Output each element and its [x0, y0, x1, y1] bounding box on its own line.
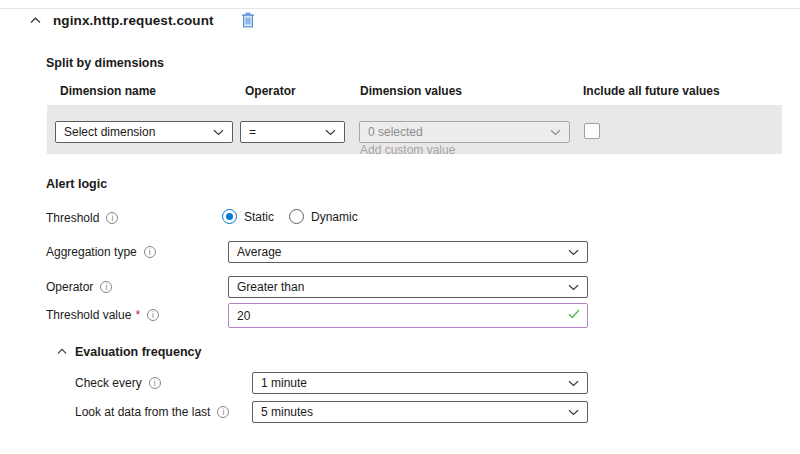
operator-select-value: Greater than	[237, 280, 304, 294]
operator-select[interactable]: Greater than	[228, 276, 588, 298]
info-icon[interactable]: i	[144, 246, 156, 258]
evaluation-frequency-heading: Evaluation frequency	[75, 345, 201, 359]
alert-logic-heading: Alert logic	[46, 177, 107, 191]
check-every-select-value: 1 minute	[261, 376, 307, 390]
chevron-down-icon	[568, 249, 579, 256]
threshold-value-field	[228, 303, 588, 328]
operator-label: Operator	[46, 280, 93, 294]
chevron-down-icon	[568, 380, 579, 387]
chevron-down-icon	[213, 129, 224, 136]
column-header-include-all-future-values: Include all future values	[583, 84, 720, 98]
radio-selected-icon	[222, 209, 237, 224]
info-icon[interactable]: i	[100, 281, 112, 293]
aggregation-type-select[interactable]: Average	[228, 241, 588, 263]
chevron-down-icon	[550, 129, 561, 136]
operator-label-row: Operator i	[46, 280, 112, 294]
lookback-select[interactable]: 5 minutes	[252, 401, 588, 423]
info-icon[interactable]: i	[149, 377, 161, 389]
threshold-label: Threshold	[46, 211, 99, 225]
info-icon[interactable]: i	[217, 406, 229, 418]
add-custom-value-link[interactable]: Add custom value	[360, 143, 455, 157]
info-icon[interactable]: i	[106, 212, 118, 224]
dimension-name-select-value: Select dimension	[64, 125, 155, 139]
check-every-select[interactable]: 1 minute	[252, 372, 588, 394]
dimension-row: Select dimension = 0 selected Add custom…	[47, 105, 782, 154]
threshold-label-row: Threshold i	[46, 211, 118, 225]
chevron-up-icon	[30, 17, 41, 24]
collapse-metric-button[interactable]	[28, 15, 43, 26]
dimension-operator-select[interactable]: =	[240, 121, 345, 143]
column-header-dimension-values: Dimension values	[360, 84, 462, 98]
radio-unselected-icon	[289, 209, 304, 224]
threshold-value-label-row: Threshold value * i	[46, 308, 159, 322]
metric-alert-condition-panel: nginx.http.request.count Split by dimens…	[0, 0, 800, 454]
lookback-label-row: Look at data from the last i	[75, 405, 229, 419]
radio-static-label: Static	[244, 210, 274, 224]
info-icon[interactable]: i	[147, 309, 159, 321]
check-every-label: Check every	[75, 376, 142, 390]
dimension-values-select-value: 0 selected	[368, 125, 423, 139]
radio-dynamic[interactable]: Dynamic	[289, 209, 358, 224]
split-by-dimensions-heading: Split by dimensions	[46, 56, 164, 70]
required-asterisk: *	[135, 308, 140, 322]
aggregation-type-label: Aggregation type	[46, 245, 137, 259]
check-every-label-row: Check every i	[75, 376, 161, 390]
threshold-radio-group: Static Dynamic	[222, 209, 358, 224]
top-divider	[0, 8, 800, 9]
dimension-name-select[interactable]: Select dimension	[55, 121, 233, 143]
chevron-down-icon	[568, 284, 579, 291]
radio-dynamic-label: Dynamic	[311, 210, 358, 224]
trash-icon	[241, 12, 255, 28]
metric-name: nginx.http.request.count	[53, 13, 214, 28]
dimension-values-select[interactable]: 0 selected	[359, 121, 570, 143]
checkmark-valid-icon	[568, 309, 580, 319]
lookback-select-value: 5 minutes	[261, 405, 313, 419]
aggregation-type-select-value: Average	[237, 245, 281, 259]
radio-static[interactable]: Static	[222, 209, 274, 224]
threshold-value-label: Threshold value	[46, 308, 131, 322]
column-header-operator: Operator	[245, 84, 296, 98]
chevron-down-icon	[568, 409, 579, 416]
collapse-evaluation-frequency-button[interactable]	[56, 347, 68, 356]
aggregation-type-label-row: Aggregation type i	[46, 245, 156, 259]
metric-header: nginx.http.request.count	[28, 11, 256, 29]
lookback-label: Look at data from the last	[75, 405, 210, 419]
column-header-dimension-name: Dimension name	[60, 84, 156, 98]
threshold-value-input[interactable]	[228, 303, 588, 328]
chevron-down-icon	[325, 129, 336, 136]
delete-metric-button[interactable]	[240, 11, 256, 29]
chevron-up-icon	[57, 348, 67, 355]
dimension-operator-select-value: =	[249, 125, 256, 139]
include-all-future-values-checkbox[interactable]	[584, 123, 600, 139]
